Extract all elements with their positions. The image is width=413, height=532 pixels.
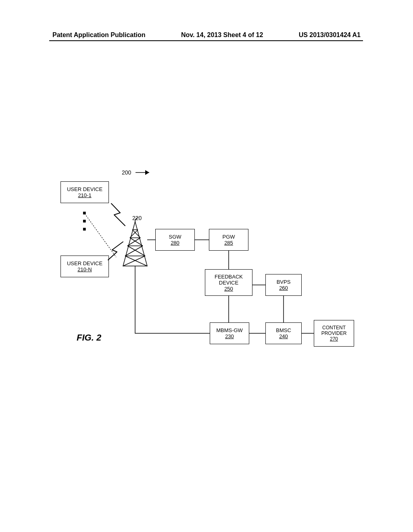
header-right: US 2013/0301424 A1	[299, 31, 361, 39]
header-rule	[49, 40, 363, 41]
header-left: Patent Application Publication	[52, 31, 146, 39]
figure-label: FIG. 2	[77, 332, 101, 343]
network-diagram: 200 USER DEVICE 210-1 ■■■ USER DEVICE 21…	[60, 169, 359, 363]
page-header: Patent Application Publication Nov. 14, …	[52, 31, 361, 39]
header-center: Nov. 14, 2013 Sheet 4 of 12	[181, 31, 263, 39]
page: Patent Application Publication Nov. 14, …	[0, 0, 413, 532]
connector-lines	[60, 169, 359, 363]
